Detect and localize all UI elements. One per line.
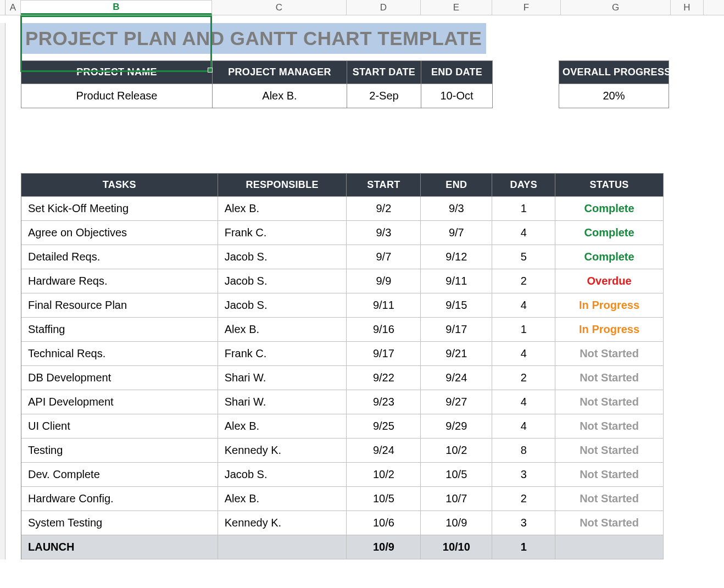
- task-cell-task[interactable]: Staffing: [21, 318, 218, 342]
- task-cell-status[interactable]: Not Started: [555, 390, 664, 414]
- task-cell-days[interactable]: 4: [492, 390, 555, 414]
- task-cell-responsible[interactable]: Alex B.: [218, 487, 347, 511]
- task-cell-days[interactable]: 5: [492, 245, 555, 269]
- task-cell-responsible[interactable]: Alex B.: [218, 197, 347, 221]
- task-cell-days[interactable]: 3: [492, 511, 555, 535]
- task-header-tasks[interactable]: TASKS: [21, 174, 218, 197]
- task-cell-start[interactable]: 10/5: [347, 487, 421, 511]
- task-cell-task[interactable]: Detailed Reqs.: [21, 245, 218, 269]
- task-cell-end[interactable]: 9/3: [421, 197, 492, 221]
- task-cell-task[interactable]: Agree on Objectives: [21, 221, 218, 245]
- task-cell-end[interactable]: 10/7: [421, 487, 492, 511]
- task-cell-task[interactable]: UI Client: [21, 414, 218, 439]
- task-cell-responsible[interactable]: Kennedy K.: [218, 439, 347, 463]
- task-cell-status[interactable]: Complete: [555, 197, 664, 221]
- task-cell-start[interactable]: 9/17: [347, 342, 421, 366]
- task-cell-start[interactable]: 10/9: [347, 535, 421, 559]
- task-cell-responsible[interactable]: Alex B.: [218, 414, 347, 439]
- task-cell-task[interactable]: Set Kick-Off Meeting: [21, 197, 218, 221]
- task-cell-status[interactable]: In Progress: [555, 293, 664, 318]
- col-header-b[interactable]: B: [21, 0, 212, 15]
- task-cell-start[interactable]: 9/16: [347, 318, 421, 342]
- task-cell-start[interactable]: 9/25: [347, 414, 421, 439]
- col-header-g[interactable]: G: [561, 0, 671, 15]
- summary-value-end-date[interactable]: 10-Oct: [421, 84, 492, 108]
- task-cell-status[interactable]: [555, 535, 664, 559]
- task-cell-responsible[interactable]: Shari W.: [218, 390, 347, 414]
- task-cell-days[interactable]: 2: [492, 269, 555, 293]
- task-cell-start[interactable]: 9/23: [347, 390, 421, 414]
- summary-value-project-manager[interactable]: Alex B.: [213, 84, 347, 108]
- task-cell-end[interactable]: 9/7: [421, 221, 492, 245]
- task-cell-days[interactable]: 1: [492, 318, 555, 342]
- task-cell-responsible[interactable]: [218, 535, 347, 559]
- task-cell-start[interactable]: 9/22: [347, 366, 421, 390]
- task-cell-task[interactable]: DB Development: [21, 366, 218, 390]
- task-cell-days[interactable]: 4: [492, 342, 555, 366]
- page-title[interactable]: PROJECT PLAN AND GANTT CHART TEMPLATE: [21, 23, 486, 54]
- task-header-responsible[interactable]: RESPONSIBLE: [218, 174, 347, 197]
- task-cell-days[interactable]: 2: [492, 487, 555, 511]
- col-header-e[interactable]: E: [421, 0, 492, 15]
- task-cell-start[interactable]: 9/9: [347, 269, 421, 293]
- summary-header-overall-progress[interactable]: OVERALL PROGRESS: [559, 61, 669, 84]
- task-cell-status[interactable]: Complete: [555, 245, 664, 269]
- task-cell-end[interactable]: 10/10: [421, 535, 492, 559]
- task-cell-days[interactable]: 4: [492, 293, 555, 318]
- task-cell-days[interactable]: 3: [492, 463, 555, 487]
- task-cell-status[interactable]: Not Started: [555, 439, 664, 463]
- task-cell-days[interactable]: 1: [492, 535, 555, 559]
- summary-header-project-manager[interactable]: PROJECT MANAGER: [213, 61, 347, 84]
- task-cell-end[interactable]: 9/15: [421, 293, 492, 318]
- task-cell-responsible[interactable]: Jacob S.: [218, 463, 347, 487]
- task-cell-end[interactable]: 10/5: [421, 463, 492, 487]
- task-cell-task[interactable]: Dev. Complete: [21, 463, 218, 487]
- task-cell-responsible[interactable]: Jacob S.: [218, 269, 347, 293]
- task-cell-responsible[interactable]: Jacob S.: [218, 293, 347, 318]
- task-cell-start[interactable]: 9/3: [347, 221, 421, 245]
- col-header-h[interactable]: H: [671, 0, 704, 15]
- task-cell-start[interactable]: 10/2: [347, 463, 421, 487]
- task-header-status[interactable]: STATUS: [555, 174, 664, 197]
- task-cell-task[interactable]: Hardware Config.: [21, 487, 218, 511]
- summary-header-end-date[interactable]: END DATE: [421, 61, 492, 84]
- task-cell-task[interactable]: System Testing: [21, 511, 218, 535]
- task-cell-days[interactable]: 1: [492, 197, 555, 221]
- summary-value-start-date[interactable]: 2-Sep: [347, 84, 421, 108]
- task-cell-status[interactable]: Complete: [555, 221, 664, 245]
- task-cell-status[interactable]: Not Started: [555, 511, 664, 535]
- task-cell-end[interactable]: 9/27: [421, 390, 492, 414]
- summary-header-start-date[interactable]: START DATE: [347, 61, 421, 84]
- task-cell-status[interactable]: Not Started: [555, 463, 664, 487]
- task-cell-status[interactable]: Not Started: [555, 366, 664, 390]
- summary-value-overall-progress[interactable]: 20%: [559, 84, 669, 108]
- task-cell-responsible[interactable]: Frank C.: [218, 342, 347, 366]
- task-cell-end[interactable]: 9/17: [421, 318, 492, 342]
- col-header-d[interactable]: D: [347, 0, 421, 15]
- task-cell-end[interactable]: 9/11: [421, 269, 492, 293]
- task-cell-start[interactable]: 10/6: [347, 511, 421, 535]
- task-cell-days[interactable]: 4: [492, 414, 555, 439]
- task-cell-status[interactable]: Not Started: [555, 487, 664, 511]
- task-cell-responsible[interactable]: Alex B.: [218, 318, 347, 342]
- summary-header-project-name[interactable]: PROJECT NAME: [21, 61, 212, 84]
- task-cell-days[interactable]: 2: [492, 366, 555, 390]
- task-header-end[interactable]: END: [421, 174, 492, 197]
- summary-value-project-name[interactable]: Product Release: [21, 84, 212, 108]
- task-cell-end[interactable]: 9/21: [421, 342, 492, 366]
- task-cell-status[interactable]: In Progress: [555, 318, 664, 342]
- task-cell-end[interactable]: 10/9: [421, 511, 492, 535]
- task-cell-responsible[interactable]: Jacob S.: [218, 245, 347, 269]
- task-cell-end[interactable]: 9/29: [421, 414, 492, 439]
- task-cell-responsible[interactable]: Kennedy K.: [218, 511, 347, 535]
- task-cell-task[interactable]: API Development: [21, 390, 218, 414]
- task-cell-task[interactable]: Hardware Reqs.: [21, 269, 218, 293]
- task-cell-status[interactable]: Not Started: [555, 342, 664, 366]
- task-cell-end[interactable]: 9/24: [421, 366, 492, 390]
- task-header-days[interactable]: DAYS: [492, 174, 555, 197]
- task-cell-task[interactable]: Final Resource Plan: [21, 293, 218, 318]
- task-cell-task[interactable]: LAUNCH: [21, 535, 218, 559]
- col-header-a[interactable]: A: [5, 0, 21, 15]
- task-cell-responsible[interactable]: Frank C.: [218, 221, 347, 245]
- task-cell-start[interactable]: 9/24: [347, 439, 421, 463]
